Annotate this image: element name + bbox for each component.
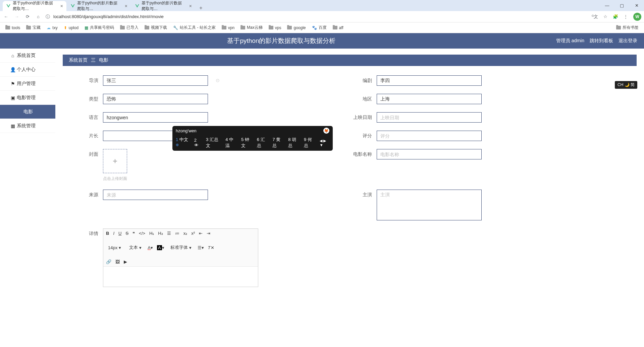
sidebar-item-profile[interactable]: 👤个人中心 [0, 63, 55, 77]
bookmark-item[interactable]: ☁txy [47, 25, 57, 30]
cover-upload[interactable]: + [103, 149, 127, 173]
font-family-select[interactable]: 标准字体▾ [168, 244, 194, 251]
ul-button[interactable]: ≔ [175, 231, 179, 236]
italic-button[interactable]: I [113, 231, 114, 236]
reload-button[interactable]: ⟳ [24, 14, 31, 19]
text-style-select[interactable]: 文本▾ [127, 244, 144, 251]
ol-button[interactable]: ☰ [167, 231, 171, 236]
home-button[interactable]: ⌂ [35, 14, 42, 19]
sup-button[interactable]: x² [191, 231, 195, 236]
logout-link[interactable]: 退出登录 [619, 38, 637, 44]
bookmark-item[interactable]: ⬆uplod [64, 25, 78, 30]
browser-tab[interactable]: 基于python的影片数据爬取与… × [131, 1, 195, 11]
source-input[interactable] [103, 190, 208, 200]
ime-candidate[interactable]: 8 胡总 [288, 137, 299, 149]
bookmark-item[interactable]: tools [5, 25, 20, 30]
menu-icon[interactable]: ⋮ [624, 14, 628, 19]
browser-tab[interactable]: 基于python的影片数据爬取与… × [67, 1, 131, 11]
indent-button[interactable]: ⇤ [199, 231, 203, 236]
ime-candidate[interactable]: 6 汇总 [257, 137, 268, 149]
all-bookmarks[interactable]: 所有书签 [616, 25, 639, 30]
link-button[interactable]: 🔗 [106, 259, 111, 264]
image-button[interactable]: 🖼 [115, 259, 120, 264]
video-button[interactable]: ▶ [124, 259, 127, 264]
h2-button[interactable]: H₂ [158, 231, 163, 236]
bookmark-item[interactable]: ▦共享账号密码 [85, 25, 114, 30]
director-label: 导演 [76, 75, 103, 84]
clear-icon[interactable]: ⊙ [215, 77, 221, 83]
extensions-icon[interactable]: 🧩 [613, 14, 618, 19]
bookmark-item[interactable]: vpn [222, 25, 234, 30]
sidebar-item-home[interactable]: ⌂系统首页 [0, 49, 55, 63]
ime-candidate[interactable]: 1 中文⊕ [176, 137, 190, 149]
maximize-button[interactable]: ▢ [614, 0, 629, 11]
browser-tab-active[interactable]: 基于python的影片数据爬取与… × [3, 1, 66, 11]
ime-candidate[interactable]: 3 汇总文 [206, 137, 221, 149]
release-input[interactable] [377, 112, 482, 123]
bookmark-item[interactable]: aff [333, 25, 343, 30]
back-button[interactable]: ← [3, 14, 9, 19]
sidebar-item-users[interactable]: ⚑用户管理 [0, 77, 55, 91]
ime-candidate[interactable]: 9 何总 [304, 137, 315, 149]
rating-input[interactable] [377, 131, 482, 141]
genre-input[interactable] [103, 94, 208, 104]
sidebar-item-movie-mgmt[interactable]: ▣电影管理 [0, 91, 55, 105]
site-info-icon[interactable]: ⓘ [46, 14, 50, 20]
flag-icon: ⚑ [10, 81, 15, 86]
bookmark-item[interactable]: 视频下载 [145, 25, 167, 30]
close-icon[interactable]: × [125, 3, 127, 9]
writer-label: 编剧 [350, 75, 377, 84]
bookmark-item[interactable]: vps [269, 25, 281, 30]
name-input[interactable] [377, 149, 482, 159]
translate-icon[interactable]: ᴳ文 [592, 14, 598, 20]
quote-button[interactable]: ❝ [132, 231, 135, 236]
bookmark-item[interactable]: 已导入 [120, 25, 139, 30]
close-icon[interactable]: × [60, 3, 63, 9]
bold-button[interactable]: B [106, 231, 109, 236]
h1-button[interactable]: H₁ [149, 231, 154, 236]
writer-input[interactable] [377, 75, 482, 86]
url-field[interactable]: ⓘ localhost:8080/djangouxq8i/admin/dist/… [46, 14, 588, 20]
bg-color-button[interactable]: A▾ [157, 245, 164, 250]
url-text: localhost:8080/djangouxq8i/admin/dist/in… [53, 14, 164, 19]
forward-button[interactable]: → [13, 14, 20, 19]
duration-label: 片长 [76, 131, 103, 139]
star-icon[interactable]: ☆ [603, 14, 607, 19]
new-tab-button[interactable]: + [196, 5, 206, 11]
editor-content[interactable] [103, 267, 258, 287]
breadcrumb-home[interactable]: 系统首页 [69, 57, 88, 63]
minimize-button[interactable]: — [600, 0, 614, 11]
strike-button[interactable]: S [125, 231, 128, 236]
close-icon[interactable]: × [189, 3, 192, 9]
bookmark-item[interactable]: 🔧站长工具 - 站长之家 [173, 25, 216, 30]
sidebar-item-system[interactable]: ▦系统管理 [0, 119, 55, 133]
folder-icon [120, 26, 125, 29]
ime-candidate[interactable]: 4 中温 [225, 137, 236, 149]
ime-candidate[interactable]: 2 👁 [194, 138, 201, 148]
ime-page-controls[interactable]: ◀ ▶ ▼ [320, 139, 329, 147]
clear-format-button[interactable]: T✕ [208, 245, 214, 250]
code-button[interactable]: </> [139, 231, 145, 236]
actors-input[interactable] [377, 190, 482, 220]
actors-label: 主演 [350, 190, 377, 198]
underline-button[interactable]: U [118, 231, 121, 236]
bookmark-item[interactable]: Max云梯 [240, 25, 263, 30]
director-input[interactable] [103, 75, 208, 86]
profile-avatar[interactable]: W [633, 13, 641, 21]
sidebar-item-movie[interactable]: 电影 [0, 105, 55, 119]
bookmark-item[interactable]: 🐾百度 [312, 25, 327, 30]
language-input[interactable] [103, 112, 208, 123]
align-button[interactable]: ☰▾ [198, 245, 204, 250]
ime-candidate[interactable]: 5 钟文 [241, 137, 252, 149]
address-bar: ← → ⟳ ⌂ ⓘ localhost:8080/djangouxq8i/adm… [0, 11, 644, 22]
sub-button[interactable]: x₂ [183, 231, 187, 236]
close-window-button[interactable]: ✕ [629, 0, 644, 11]
bookmark-item[interactable]: google [287, 25, 306, 30]
font-size-select[interactable]: 14px▾ [106, 245, 123, 251]
dashboard-link[interactable]: 跳转到看板 [590, 38, 613, 44]
font-color-button[interactable]: A▾ [148, 245, 153, 250]
region-input[interactable] [377, 94, 482, 104]
bookmark-item[interactable]: 宝藏 [26, 25, 41, 30]
ime-candidate[interactable]: 7 黄总 [272, 137, 283, 149]
outdent-button[interactable]: ⇥ [207, 231, 210, 236]
